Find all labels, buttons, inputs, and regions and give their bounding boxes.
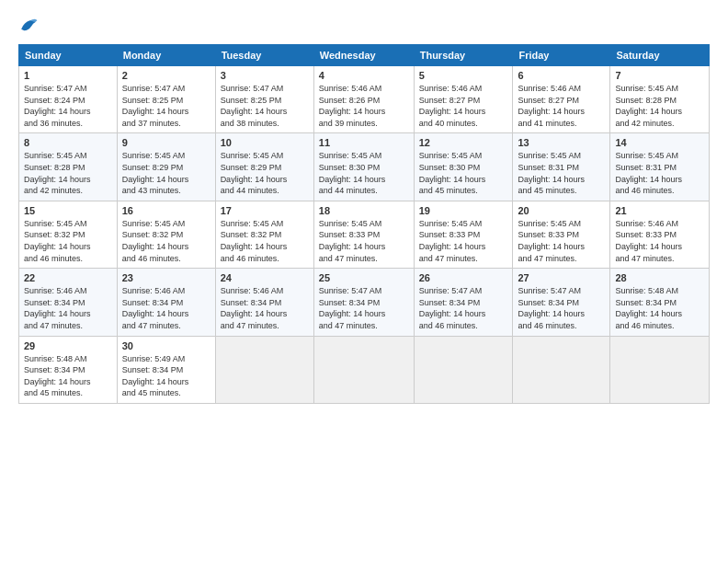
table-row: 11 Sunrise: 5:45 AMSunset: 8:30 PMDaylig… — [313, 133, 414, 201]
table-row: 18 Sunrise: 5:45 AMSunset: 8:33 PMDaylig… — [313, 201, 414, 268]
day-number: 2 — [122, 70, 210, 81]
col-wednesday: Wednesday — [313, 45, 414, 66]
calendar-week-row: 8 Sunrise: 5:45 AMSunset: 8:28 PMDayligh… — [19, 133, 710, 201]
day-info: Sunrise: 5:47 AMSunset: 8:34 PMDaylight:… — [518, 285, 605, 331]
table-row: 9 Sunrise: 5:45 AMSunset: 8:29 PMDayligh… — [117, 133, 215, 201]
table-row: 22 Sunrise: 5:46 AMSunset: 8:34 PMDaylig… — [19, 269, 118, 336]
table-row: 5 Sunrise: 5:46 AMSunset: 8:27 PMDayligh… — [414, 66, 513, 133]
day-info: Sunrise: 5:45 AMSunset: 8:33 PMDaylight:… — [319, 218, 409, 264]
day-number: 11 — [319, 137, 409, 148]
day-info: Sunrise: 5:45 AMSunset: 8:33 PMDaylight:… — [419, 218, 508, 264]
table-row — [313, 336, 414, 403]
day-info: Sunrise: 5:45 AMSunset: 8:33 PMDaylight:… — [518, 218, 605, 264]
logo-bird-icon — [18, 15, 39, 35]
calendar-week-row: 29 Sunrise: 5:48 AMSunset: 8:34 PMDaylig… — [19, 336, 710, 403]
day-number: 6 — [518, 70, 605, 81]
day-info: Sunrise: 5:45 AMSunset: 8:31 PMDaylight:… — [518, 150, 605, 196]
table-row: 2 Sunrise: 5:47 AMSunset: 8:25 PMDayligh… — [117, 66, 215, 133]
table-row: 27 Sunrise: 5:47 AMSunset: 8:34 PMDaylig… — [513, 269, 610, 336]
table-row: 15 Sunrise: 5:45 AMSunset: 8:32 PMDaylig… — [19, 201, 118, 268]
table-row: 21 Sunrise: 5:46 AMSunset: 8:33 PMDaylig… — [610, 201, 710, 268]
day-info: Sunrise: 5:45 AMSunset: 8:32 PMDaylight:… — [24, 218, 112, 264]
col-monday: Monday — [117, 45, 215, 66]
day-info: Sunrise: 5:46 AMSunset: 8:27 PMDaylight:… — [419, 83, 508, 129]
day-number: 30 — [122, 340, 210, 351]
calendar-week-row: 1 Sunrise: 5:47 AMSunset: 8:24 PMDayligh… — [19, 66, 710, 133]
day-info: Sunrise: 5:45 AMSunset: 8:32 PMDaylight:… — [221, 218, 309, 264]
day-info: Sunrise: 5:47 AMSunset: 8:24 PMDaylight:… — [24, 83, 112, 129]
day-info: Sunrise: 5:45 AMSunset: 8:30 PMDaylight:… — [319, 150, 409, 196]
day-info: Sunrise: 5:45 AMSunset: 8:32 PMDaylight:… — [122, 218, 210, 264]
table-row: 29 Sunrise: 5:48 AMSunset: 8:34 PMDaylig… — [19, 336, 118, 403]
day-number: 10 — [221, 137, 309, 148]
day-number: 1 — [24, 70, 112, 81]
table-row: 8 Sunrise: 5:45 AMSunset: 8:28 PMDayligh… — [19, 133, 118, 201]
table-row: 14 Sunrise: 5:45 AMSunset: 8:31 PMDaylig… — [610, 133, 710, 201]
table-row: 24 Sunrise: 5:46 AMSunset: 8:34 PMDaylig… — [215, 269, 313, 336]
day-number: 24 — [221, 272, 309, 283]
table-row: 4 Sunrise: 5:46 AMSunset: 8:26 PMDayligh… — [313, 66, 414, 133]
table-row: 1 Sunrise: 5:47 AMSunset: 8:24 PMDayligh… — [19, 66, 118, 133]
table-row: 10 Sunrise: 5:45 AMSunset: 8:29 PMDaylig… — [215, 133, 313, 201]
day-info: Sunrise: 5:45 AMSunset: 8:29 PMDaylight:… — [122, 150, 210, 196]
calendar-week-row: 15 Sunrise: 5:45 AMSunset: 8:32 PMDaylig… — [19, 201, 710, 268]
col-friday: Friday — [513, 45, 610, 66]
day-number: 19 — [419, 205, 508, 216]
table-row: 12 Sunrise: 5:45 AMSunset: 8:30 PMDaylig… — [414, 133, 513, 201]
day-number: 23 — [122, 272, 210, 283]
day-number: 9 — [122, 137, 210, 148]
day-number: 14 — [615, 137, 704, 148]
table-row: 3 Sunrise: 5:47 AMSunset: 8:25 PMDayligh… — [215, 66, 313, 133]
header — [18, 15, 710, 35]
day-number: 21 — [615, 205, 704, 216]
day-number: 28 — [615, 272, 704, 283]
table-row: 25 Sunrise: 5:47 AMSunset: 8:34 PMDaylig… — [313, 269, 414, 336]
day-number: 22 — [24, 272, 112, 283]
day-info: Sunrise: 5:47 AMSunset: 8:34 PMDaylight:… — [319, 285, 409, 331]
day-number: 4 — [319, 70, 409, 81]
table-row — [215, 336, 313, 403]
table-row: 30 Sunrise: 5:49 AMSunset: 8:34 PMDaylig… — [117, 336, 215, 403]
day-info: Sunrise: 5:47 AMSunset: 8:25 PMDaylight:… — [221, 83, 309, 129]
day-number: 27 — [518, 272, 605, 283]
logo — [18, 15, 42, 35]
day-info: Sunrise: 5:46 AMSunset: 8:26 PMDaylight:… — [319, 83, 409, 129]
table-row: 16 Sunrise: 5:45 AMSunset: 8:32 PMDaylig… — [117, 201, 215, 268]
table-row: 19 Sunrise: 5:45 AMSunset: 8:33 PMDaylig… — [414, 201, 513, 268]
table-row — [414, 336, 513, 403]
table-row: 6 Sunrise: 5:46 AMSunset: 8:27 PMDayligh… — [513, 66, 610, 133]
day-info: Sunrise: 5:46 AMSunset: 8:27 PMDaylight:… — [518, 83, 605, 129]
day-number: 26 — [419, 272, 508, 283]
day-number: 13 — [518, 137, 605, 148]
day-number: 25 — [319, 272, 409, 283]
table-row: 17 Sunrise: 5:45 AMSunset: 8:32 PMDaylig… — [215, 201, 313, 268]
day-number: 12 — [419, 137, 508, 148]
day-number: 15 — [24, 205, 112, 216]
table-row: 7 Sunrise: 5:45 AMSunset: 8:28 PMDayligh… — [610, 66, 710, 133]
day-info: Sunrise: 5:49 AMSunset: 8:34 PMDaylight:… — [122, 353, 210, 399]
table-row — [513, 336, 610, 403]
day-info: Sunrise: 5:45 AMSunset: 8:28 PMDaylight:… — [24, 150, 112, 196]
day-number: 5 — [419, 70, 508, 81]
day-info: Sunrise: 5:45 AMSunset: 8:30 PMDaylight:… — [419, 150, 508, 196]
calendar-week-row: 22 Sunrise: 5:46 AMSunset: 8:34 PMDaylig… — [19, 269, 710, 336]
page: Sunday Monday Tuesday Wednesday Thursday… — [0, 0, 728, 563]
day-number: 8 — [24, 137, 112, 148]
day-number: 29 — [24, 340, 112, 351]
day-info: Sunrise: 5:46 AMSunset: 8:33 PMDaylight:… — [615, 218, 704, 264]
day-info: Sunrise: 5:47 AMSunset: 8:34 PMDaylight:… — [419, 285, 508, 331]
day-info: Sunrise: 5:48 AMSunset: 8:34 PMDaylight:… — [24, 353, 112, 399]
day-number: 7 — [615, 70, 704, 81]
day-info: Sunrise: 5:46 AMSunset: 8:34 PMDaylight:… — [24, 285, 112, 331]
day-info: Sunrise: 5:45 AMSunset: 8:31 PMDaylight:… — [615, 150, 704, 196]
day-number: 16 — [122, 205, 210, 216]
calendar-header-row: Sunday Monday Tuesday Wednesday Thursday… — [19, 45, 710, 66]
day-number: 20 — [518, 205, 605, 216]
col-saturday: Saturday — [610, 45, 710, 66]
col-thursday: Thursday — [414, 45, 513, 66]
calendar-table: Sunday Monday Tuesday Wednesday Thursday… — [18, 44, 710, 404]
day-info: Sunrise: 5:46 AMSunset: 8:34 PMDaylight:… — [122, 285, 210, 331]
day-info: Sunrise: 5:46 AMSunset: 8:34 PMDaylight:… — [221, 285, 309, 331]
day-info: Sunrise: 5:45 AMSunset: 8:29 PMDaylight:… — [221, 150, 309, 196]
day-number: 3 — [221, 70, 309, 81]
